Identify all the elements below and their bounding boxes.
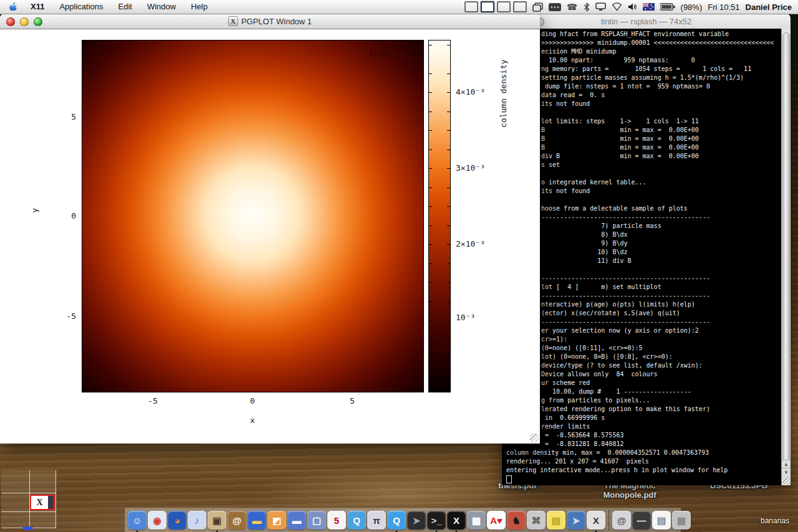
minimized-window-dock-icon[interactable]: — bbox=[632, 511, 651, 530]
terminal-scrollbar[interactable]: ▲ ▼ bbox=[781, 29, 791, 485]
menu-bar[interactable]: X11ApplicationsEditWindowHelp ☎ (98%) Fr… bbox=[0, 0, 798, 14]
scroll-down-arrow-icon[interactable]: ▼ bbox=[782, 468, 791, 477]
x-tick-label: 0 bbox=[245, 396, 260, 406]
ical-glyph: 5 bbox=[334, 516, 339, 525]
colorbar-ticks-left bbox=[429, 40, 432, 392]
safari-glyph: ◉ bbox=[153, 516, 161, 525]
pager-desktop-3[interactable] bbox=[497, 1, 511, 12]
displays-icon[interactable] bbox=[595, 2, 606, 11]
pager-desktop-2[interactable] bbox=[481, 1, 494, 12]
airport-wifi-icon[interactable] bbox=[612, 2, 622, 11]
zoom-button[interactable] bbox=[34, 17, 42, 26]
terminal-line: device/type (? to see list, default /xwi… bbox=[506, 361, 781, 370]
firefox-dock-icon[interactable]: ◕ bbox=[168, 511, 186, 530]
finder-dock-icon[interactable]: ☺ bbox=[128, 511, 147, 530]
desktop-pager-widget[interactable]: X bbox=[1, 470, 56, 528]
keynote-glyph: ▢ bbox=[312, 516, 321, 525]
menu-edit[interactable]: Edit bbox=[111, 0, 140, 14]
scrollbar-thumb[interactable] bbox=[782, 32, 790, 462]
close-button[interactable] bbox=[6, 17, 15, 26]
colorbar-tick-label: 4×10⁻³ bbox=[456, 87, 485, 97]
keyboard-viewer-icon[interactable] bbox=[549, 3, 561, 11]
volume-icon[interactable] bbox=[628, 2, 637, 11]
preview-dock-icon[interactable]: ▣ bbox=[208, 511, 226, 530]
menu-x11[interactable]: X11 bbox=[23, 0, 52, 14]
texshop-dock-icon[interactable]: π bbox=[367, 511, 386, 530]
menu-help[interactable]: Help bbox=[183, 0, 215, 14]
quicktime-dock-icon[interactable]: Q bbox=[387, 511, 406, 530]
scroll-up-arrow-icon[interactable]: ▲ bbox=[782, 460, 791, 468]
battery-icon[interactable] bbox=[660, 3, 675, 11]
safari-dock-icon[interactable]: ◉ bbox=[148, 511, 166, 530]
terminal-line: >>>>>>>>>>>>>> minidump.00001 <<<<<<<<<<… bbox=[506, 39, 781, 47]
solitaire-dock-icon[interactable]: A♥ bbox=[487, 511, 506, 530]
terminal-line: its not found bbox=[506, 100, 781, 108]
fugu-dock-icon[interactable]: ➤ bbox=[567, 511, 585, 530]
imovie-dock-icon[interactable]: ▬ bbox=[248, 511, 266, 530]
game-glyph: ♞ bbox=[512, 516, 520, 525]
system-preferences-dock-icon[interactable]: ⌘ bbox=[527, 511, 546, 530]
terminal-line: 10) B\dz bbox=[506, 248, 781, 257]
xdarwin-dock-icon[interactable]: X bbox=[587, 511, 605, 530]
pgplot-window[interactable]: X PGPLOT Window 1 t=10 4×10⁻³ 3×10⁻³ 2×1… bbox=[0, 14, 540, 444]
x-tick-label: -5 bbox=[145, 396, 160, 406]
terminal-titlebar[interactable]: tintin — rsplash — 74x52 bbox=[502, 14, 791, 29]
terminal-dock-icon[interactable]: >_ bbox=[427, 511, 446, 530]
minimize-button[interactable] bbox=[20, 17, 29, 26]
finder-glyph: ☺ bbox=[132, 516, 142, 525]
calculator-dock-icon[interactable]: ▦ bbox=[467, 511, 486, 530]
battery-percentage: (98%) bbox=[681, 2, 703, 12]
bluetooth-icon[interactable] bbox=[584, 2, 590, 12]
pager-desktop-1[interactable] bbox=[464, 1, 478, 12]
pager-x11-window-thumbnail[interactable]: X bbox=[30, 495, 55, 510]
minimized-window-glyph: — bbox=[637, 516, 647, 525]
y-tick-label: -5 bbox=[62, 311, 76, 321]
terminal-line: (0=none) ([0:11], <cr>=0):5 bbox=[506, 344, 781, 353]
terminal-line: entering interactive mode...press h in p… bbox=[506, 466, 781, 475]
x11-dock-icon[interactable]: X bbox=[447, 511, 466, 530]
dock[interactable]: ☺◉◕♪▣@▬◩▬▢5QπQ➤>_X▦A♥♞⌘▤➤X@—▤▦ bbox=[125, 508, 681, 532]
stacked-windows-icon[interactable] bbox=[532, 2, 543, 12]
menu-desktop-pager[interactable] bbox=[464, 1, 527, 12]
column-density-plot-image[interactable] bbox=[82, 40, 424, 392]
fast-user-switching-menu[interactable]: Daniel Price bbox=[746, 2, 792, 12]
terminal-line: its not found bbox=[506, 187, 781, 196]
input-flag-australia-icon[interactable] bbox=[643, 3, 655, 11]
idvd-dock-icon[interactable]: ▬ bbox=[287, 511, 306, 530]
terminal-line bbox=[506, 265, 781, 274]
terminal-resize-grip[interactable] bbox=[782, 477, 791, 485]
terminal-line: in 0.66999996 s bbox=[506, 414, 781, 422]
fink-dock-icon[interactable]: ➤ bbox=[407, 511, 426, 530]
game-dock-icon[interactable]: ♞ bbox=[507, 511, 526, 530]
terminal-line bbox=[506, 475, 781, 484]
pager-desktop-4[interactable] bbox=[513, 1, 527, 12]
pgplot-resize-grip[interactable] bbox=[530, 434, 539, 442]
terminal-line: (ector) x(sec/rotate) s,S(ave) q(uit) bbox=[506, 309, 781, 318]
colorbar-tick-label: 3×10⁻³ bbox=[456, 163, 485, 173]
mail-at-dock-icon[interactable]: @ bbox=[612, 511, 631, 530]
desktop-icon-label-bananas[interactable]: bananas bbox=[751, 516, 798, 525]
quicksilver-dock-icon[interactable]: Q bbox=[347, 511, 366, 530]
terminal-body[interactable]: ding hfact from RSPLASH_HFACT environmen… bbox=[502, 29, 791, 485]
menu-window[interactable]: Window bbox=[140, 0, 183, 14]
colorbar-ticks-right bbox=[447, 40, 450, 392]
terminal-line: lot limits: steps 1-> 1 cols 1-> 11 bbox=[506, 117, 781, 126]
trash-dock-icon[interactable]: ▦ bbox=[672, 511, 691, 530]
stickies-dock-icon[interactable]: ▤ bbox=[547, 511, 565, 530]
modem-phone-icon[interactable]: ☎ bbox=[567, 2, 577, 12]
terminal-window[interactable]: tintin — rsplash — 74x52 ding hfact from… bbox=[502, 14, 791, 485]
menu-clock[interactable]: Fri 10:51 bbox=[708, 2, 739, 12]
address-book-dock-icon[interactable]: @ bbox=[228, 511, 246, 530]
ical-dock-icon[interactable]: 5 bbox=[327, 511, 346, 530]
itunes-dock-icon[interactable]: ♪ bbox=[188, 511, 206, 530]
xdarwin-glyph: X bbox=[593, 516, 599, 525]
colorbar-tick-label: 10⁻³ bbox=[456, 313, 475, 322]
apple-menu[interactable] bbox=[0, 2, 23, 12]
pgplot-titlebar[interactable]: X PGPLOT Window 1 bbox=[0, 14, 540, 29]
keynote-dock-icon[interactable]: ▢ bbox=[307, 511, 326, 530]
menu-applications[interactable]: Applications bbox=[52, 0, 110, 14]
iphoto-dock-icon[interactable]: ◩ bbox=[267, 511, 286, 530]
minimized-document-dock-icon[interactable]: ▤ bbox=[652, 511, 671, 530]
terminal-line: column density min, max = 0.000004352571… bbox=[506, 449, 781, 457]
address-book-glyph: @ bbox=[233, 516, 242, 525]
